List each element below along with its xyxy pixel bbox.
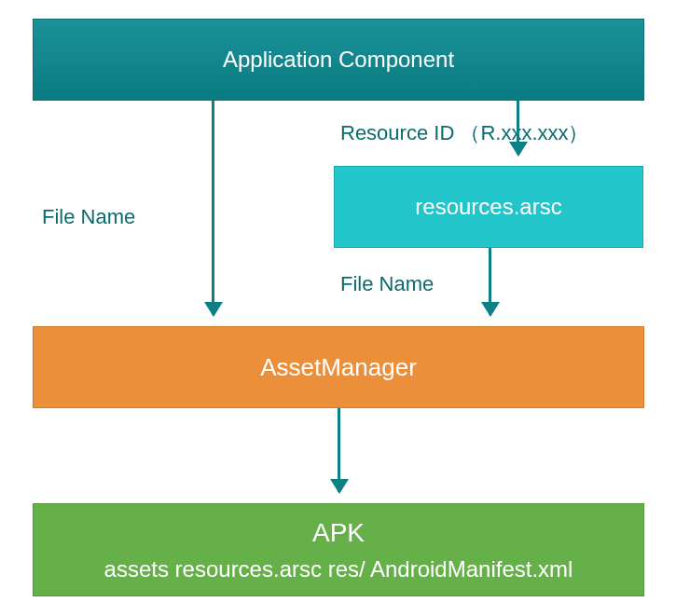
resource-id-label: Resource ID （R.xxx.xxx）: [340, 119, 589, 147]
file-name-label-left: File Name: [42, 205, 135, 229]
arrow-resources-to-assetmanager: [489, 248, 491, 315]
apk-contents-label: assets resources.arsc res/ AndroidManife…: [104, 553, 573, 586]
application-component-label: Application Component: [223, 47, 454, 73]
asset-manager-box: AssetManager: [33, 326, 644, 408]
arrow-assetmanager-to-apk: [338, 408, 340, 492]
asset-manager-label: AssetManager: [260, 353, 417, 382]
application-component-box: Application Component: [33, 19, 644, 101]
apk-box: APK assets resources.arsc res/ AndroidMa…: [33, 503, 644, 596]
arrow-app-to-resources: [517, 101, 519, 155]
apk-title-label: APK: [312, 513, 365, 553]
resources-arsc-label: resources.arsc: [415, 194, 561, 220]
file-name-label-right: File Name: [340, 272, 434, 296]
arrow-app-to-assetmanager: [212, 101, 214, 315]
resources-arsc-box: resources.arsc: [334, 166, 643, 248]
